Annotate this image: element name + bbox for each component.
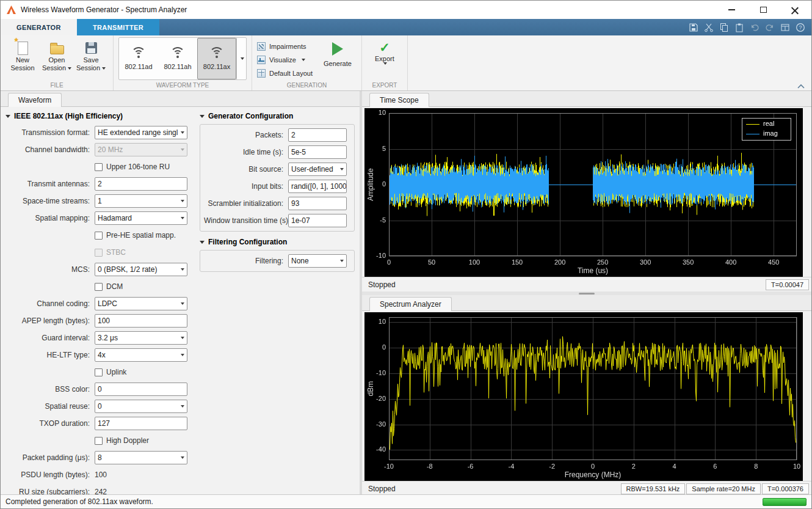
guard-interval-dropdown[interactable]: 3.2 μs — [95, 331, 187, 345]
waveform-type-802.11ax-button[interactable]: 802.11ax — [197, 38, 236, 79]
bss-color-input[interactable]: 0 — [95, 383, 187, 396]
paste-icon[interactable] — [734, 23, 744, 32]
splitter-grip — [579, 293, 595, 295]
txop-duration-label: TXOP duration: — [5, 419, 95, 428]
waveform-type-gallery: 802.11ad802.11ah802.11ax — [118, 37, 247, 80]
minimize-button[interactable] — [725, 4, 738, 15]
channel-bandwidth-value: 20 MHz — [98, 145, 178, 154]
uplink-checkbox[interactable] — [95, 368, 103, 376]
new-session-label: New — [16, 56, 29, 64]
wifi-icon — [131, 47, 147, 59]
export-button[interactable]: Export — [367, 37, 402, 65]
waveform-gallery-dropdown[interactable] — [236, 38, 246, 79]
field-row-transmission-format: Transmission format:HE extended range si… — [5, 124, 192, 141]
he-ltf-type-dropdown[interactable]: 4x — [95, 348, 187, 362]
time-scope-plot[interactable] — [364, 108, 803, 277]
help-icon[interactable]: ? — [796, 23, 805, 32]
mcs-dropdown[interactable]: 0 (BPSK, 1/2 rate) — [95, 263, 187, 276]
chevron-down-icon — [68, 67, 71, 70]
spectrum-sample-rate-value: Sample rate=20 MHz — [686, 483, 761, 494]
spectrum-rbw-value: RBW=19.531 kHz — [621, 483, 686, 494]
maximize-button[interactable] — [756, 4, 770, 15]
window-icon[interactable] — [780, 23, 790, 32]
tab-waveform[interactable]: Waveform — [8, 93, 62, 107]
tab-spectrum-analyzer[interactable]: Spectrum Analyzer — [369, 297, 452, 311]
channel-coding-value: LDPC — [98, 299, 178, 308]
visualize-button[interactable]: Visualize — [257, 54, 313, 65]
tab-transmitter[interactable]: TRANSMITTER — [77, 19, 159, 35]
chevron-down-icon — [181, 217, 184, 219]
spatial-reuse-dropdown[interactable]: 0 — [95, 400, 187, 413]
undo-icon[interactable] — [750, 23, 759, 32]
time-scope-tabbar: Time Scope — [362, 91, 811, 107]
collapse-ribbon-button[interactable] — [797, 81, 805, 87]
filtering-label: Filtering: — [204, 257, 288, 265]
filtering-dropdown[interactable]: None — [288, 254, 347, 268]
stbc-checkbox[interactable] — [95, 249, 103, 257]
field-row-he-ltf-type: HE-LTF type:4x — [5, 346, 192, 364]
export-section-label: EXPORT — [367, 81, 402, 90]
filtering-value: None — [291, 257, 338, 265]
txop-duration-input[interactable]: 127 — [95, 417, 187, 430]
high-doppler-checkbox[interactable] — [95, 437, 103, 445]
save-icon[interactable] — [689, 23, 698, 32]
channel-coding-label: Channel coding: — [5, 299, 95, 308]
channel-bandwidth-dropdown[interactable]: 20 MHz — [95, 143, 187, 156]
packets-input[interactable]: 2 — [288, 128, 347, 142]
packet-padding-dropdown[interactable]: 8 — [95, 451, 187, 464]
pre-he-spatial-mapping-checkbox[interactable] — [95, 232, 103, 240]
waveform-type-802.11ad-button[interactable]: 802.11ad — [119, 38, 158, 79]
apep-length-input[interactable]: 100 — [95, 314, 187, 328]
impairments-button[interactable]: Impairments — [257, 40, 313, 52]
spectrum-status: Stopped — [368, 485, 396, 493]
space-time-streams-dropdown[interactable]: 1 — [95, 194, 187, 208]
ru-size-value: 242 — [95, 488, 107, 494]
spatial-mapping-dropdown[interactable]: Hadamard — [95, 211, 187, 225]
input-bits-input[interactable]: randi([0, 1], 1000, 1 — [288, 180, 347, 193]
dcm-checkbox[interactable] — [95, 283, 103, 291]
generate-button[interactable]: Generate — [319, 37, 357, 67]
ru-size-label: RU size (subcarriers): — [5, 488, 95, 494]
section-generator-configuration[interactable]: Generator Configuration — [200, 108, 355, 124]
dcm-label: DCM — [106, 282, 123, 291]
close-icon — [791, 6, 799, 13]
transmit-antennas-label: Transmit antennas: — [5, 180, 95, 188]
chevron-down-icon — [181, 302, 184, 305]
copy-icon[interactable] — [719, 23, 729, 32]
window-transition-time-input[interactable]: 1e-07 — [288, 214, 347, 227]
redo-icon[interactable] — [765, 23, 775, 32]
default-layout-button[interactable]: Default Layout — [257, 67, 313, 79]
chevron-down-icon — [241, 57, 244, 60]
channel-coding-dropdown[interactable]: LDPC — [95, 297, 187, 310]
svg-text:?: ? — [799, 24, 802, 31]
default-layout-icon — [257, 69, 266, 78]
bit-source-dropdown[interactable]: User-defined — [288, 163, 347, 176]
close-button[interactable] — [788, 4, 802, 15]
scrambler-initialization-input[interactable]: 93 — [288, 197, 347, 210]
idle-time-input[interactable]: 5e-5 — [288, 145, 347, 159]
collapse-triangle-icon — [5, 115, 10, 118]
spectrum-plot[interactable] — [364, 312, 803, 481]
section-ieee-80211ax[interactable]: IEEE 802.11ax (High Efficiency) — [5, 108, 192, 124]
section-filtering-configuration[interactable]: Filtering Configuration — [200, 234, 355, 250]
upper-106-tone-ru-checkbox[interactable] — [95, 163, 103, 171]
tab-time-scope[interactable]: Time Scope — [369, 93, 429, 107]
field-row-dcm: DCM — [5, 278, 192, 295]
scrambler-initialization-label: Scrambler initialization: — [204, 199, 288, 208]
waveform-type-802.11ah-button[interactable]: 802.11ah — [158, 38, 197, 79]
tab-spectrum-analyzer-label: Spectrum Analyzer — [380, 300, 441, 309]
tab-waveform-label: Waveform — [18, 96, 51, 104]
waveform-type-section-label: WAVEFORM TYPE — [118, 81, 247, 90]
new-session-button[interactable]: NewSession — [5, 37, 40, 72]
collapse-triangle-icon — [200, 241, 205, 244]
generator-config-title: Generator Configuration — [208, 112, 293, 120]
transmit-antennas-input[interactable]: 2 — [95, 177, 187, 191]
tab-generator[interactable]: GENERATOR — [1, 19, 77, 35]
matlab-logo-icon — [7, 5, 16, 14]
save-session-button[interactable]: SaveSession — [74, 37, 108, 72]
open-session-button[interactable]: OpenSession — [40, 37, 74, 72]
time-scope-panel: Time Scope Stopped T=0.00047 — [362, 91, 811, 291]
chevron-down-icon — [181, 337, 184, 339]
transmission-format-dropdown[interactable]: HE extended range singl... — [95, 126, 187, 139]
cut-icon[interactable] — [704, 23, 714, 32]
